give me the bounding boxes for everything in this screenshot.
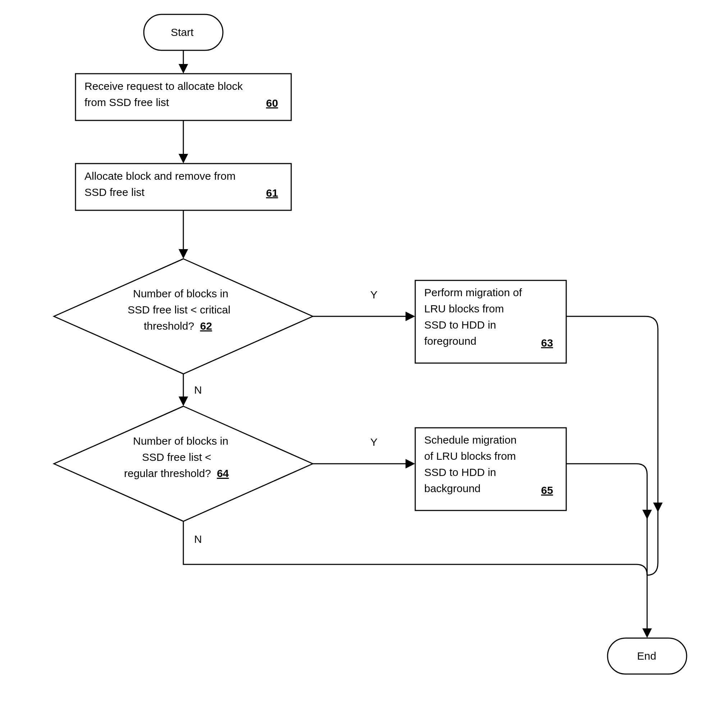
step-63: Perform migration of LRU blocks from SSD…	[415, 280, 566, 363]
svg-text:regular threshold?
      64: regular threshold? 64	[124, 467, 229, 479]
decision-64: Number of blocks in SSD free list < regu…	[54, 406, 313, 521]
svg-text:of LRU blocks from: of LRU blocks from	[424, 450, 516, 462]
label-64-no: N	[194, 533, 202, 545]
svg-text:SSD free list <: SSD free list <	[142, 451, 211, 463]
svg-marker-16	[54, 406, 313, 521]
edge-65-to-merge	[566, 464, 647, 517]
edge-63-to-merge	[566, 317, 658, 510]
start-terminator: Start	[144, 14, 223, 50]
edge-64-no-to-merge	[183, 521, 647, 575]
svg-text:SSD to HDD in: SSD to HDD in	[424, 466, 496, 478]
edge-merge-63	[647, 510, 658, 575]
step-60-ref: 60	[266, 97, 278, 109]
svg-text:from SSD free list: from SSD free list	[84, 96, 169, 108]
step-61: Allocate block and remove from SSD free …	[75, 163, 291, 210]
decision-62: Number of blocks in SSD free list < crit…	[54, 259, 313, 374]
label-62-no: N	[194, 384, 202, 396]
end-label: End	[637, 650, 656, 662]
step-61-ref: 61	[266, 187, 278, 199]
label-64-yes: Y	[370, 436, 377, 448]
step-65-ref: 65	[541, 484, 553, 496]
label-62-yes: Y	[370, 289, 377, 301]
svg-text:Schedule migration: Schedule migration	[424, 434, 517, 446]
step-65: Schedule migration of LRU blocks from SS…	[415, 428, 566, 510]
svg-text:Allocate block and remove from: Allocate block and remove from	[84, 170, 235, 182]
svg-text:foreground: foreground	[424, 335, 476, 347]
svg-text:SSD free list: SSD free list	[84, 186, 144, 198]
end-terminator: End	[608, 638, 687, 674]
step-63-ref: 63	[541, 337, 553, 349]
decision-62-ref: 62	[200, 320, 212, 332]
svg-text:Perform migration of: Perform migration of	[424, 286, 522, 298]
flowchart-canvas: Start Receive request to allocate block …	[0, 0, 728, 701]
svg-text:SSD to HDD in: SSD to HDD in	[424, 319, 496, 331]
svg-text:SSD free list < critical: SSD free list < critical	[128, 304, 230, 316]
start-label: Start	[171, 26, 194, 38]
svg-text:Number of blocks in: Number of blocks in	[133, 288, 228, 299]
svg-text:Receive request to allocate bl: Receive request to allocate block	[84, 80, 243, 92]
svg-text:Number of blocks in: Number of blocks in	[133, 435, 228, 447]
svg-marker-7	[54, 259, 313, 374]
svg-text:threshold?
      62: threshold? 62	[144, 320, 212, 332]
svg-text:LRU blocks from: LRU blocks from	[424, 303, 504, 315]
svg-text:background: background	[424, 483, 481, 494]
step-60: Receive request to allocate block from S…	[75, 74, 291, 120]
decision-64-ref: 64	[217, 467, 229, 479]
